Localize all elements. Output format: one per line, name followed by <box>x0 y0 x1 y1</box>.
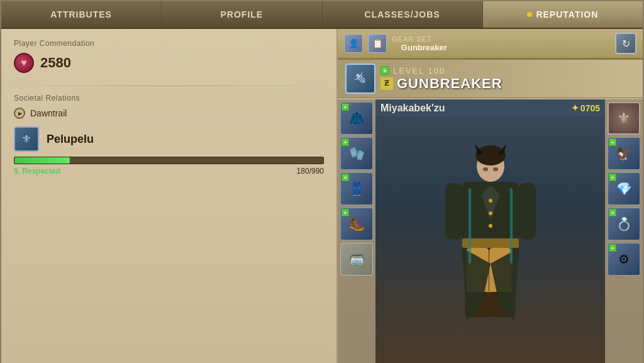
equip-col-right: ⚜ + 🦅 + 💎 + <box>605 99 643 363</box>
dawntrail-label: Dawntrail <box>30 108 67 118</box>
equip-slot-ring2[interactable]: + ⚙ <box>608 243 640 276</box>
societal-section: Societal Relations Dawntrail Pelupelu <box>14 94 324 176</box>
svg-rect-7 <box>518 183 536 240</box>
rep-value: 180/990 <box>297 167 324 176</box>
svg-point-1 <box>475 145 506 165</box>
level-row: + LEVEL 100 <box>380 66 502 75</box>
svg-point-18 <box>489 211 492 215</box>
commendation-section: Player Commendation 2580 <box>14 39 324 73</box>
faction-icon[interactable]: ⚜ <box>608 102 640 135</box>
play-icon <box>14 108 25 119</box>
plus-badge-chest: + <box>341 103 349 111</box>
plus-icon: + <box>380 66 389 75</box>
pelupelu-row: Pelupelu <box>14 126 324 152</box>
equip-col-left: + 🧥 + 🧤 + 👖 <box>338 99 375 363</box>
char-portrait: Miyakabek'zu ✦ 0705 <box>375 99 605 363</box>
svg-point-20 <box>483 167 488 171</box>
char-id: 0705 <box>580 103 600 113</box>
commendation-title: Player Commendation <box>14 39 324 48</box>
svg-point-19 <box>489 224 492 228</box>
gear-set-info: GEAR SET 4 Gunbreaker <box>392 35 610 52</box>
level-info: + LEVEL 100 Ƶ GUNBREAKER <box>380 66 502 92</box>
pelupelu-name: Pelupelu <box>47 133 94 146</box>
equip-slot-legs[interactable]: + 👖 <box>340 172 373 205</box>
legs-icon: 👖 <box>349 181 365 196</box>
tab-active-dot <box>527 12 532 17</box>
equip-slot-gloves[interactable]: + 🧤 <box>340 137 373 170</box>
gear-set-number: 4 <box>392 43 396 52</box>
svg-rect-15 <box>469 188 471 264</box>
tab-bar: Attributes Profile Classes/Jobs Reputati… <box>1 1 643 29</box>
right-panel: 👤 📋 GEAR SET 4 Gunbreaker ↻ <box>338 29 643 363</box>
equip-slot-necklace[interactable]: + 💎 <box>608 172 640 205</box>
gear-set-name-display: 4 Gunbreaker <box>392 43 610 52</box>
right-panel-inner: 👤 📋 GEAR SET 4 Gunbreaker ↻ <box>338 29 643 363</box>
plus-badge-necklace: + <box>609 174 616 181</box>
tab-attributes[interactable]: Attributes <box>1 1 162 28</box>
necklace-icon: 💎 <box>616 181 632 196</box>
gloves-icon: 🧤 <box>349 146 365 161</box>
dawntrail-row: Dawntrail <box>14 108 324 119</box>
svg-point-21 <box>493 167 498 171</box>
svg-point-17 <box>489 199 492 203</box>
tab-classes-label: Classes/Jobs <box>365 9 440 20</box>
level-job-bar: 🗡 + LEVEL 100 Ƶ GUNBREAKER <box>338 59 643 98</box>
pelupelu-icon <box>14 126 39 152</box>
tab-classes[interactable]: Classes/Jobs <box>323 1 483 28</box>
glasses-icon: 🥽 <box>349 252 365 267</box>
rep-level-label: 5. Respected <box>14 167 60 176</box>
divider-1 <box>14 86 324 86</box>
plus-badge-boots: + <box>341 209 349 216</box>
job-row: Ƶ GUNBREAKER <box>380 75 502 92</box>
weapon-icon: 🗡 <box>349 67 372 91</box>
equip-slot-boots[interactable]: + 🥾 <box>340 208 373 240</box>
refresh-icon: ↻ <box>622 38 630 50</box>
plus-badge-legs: + <box>341 174 349 181</box>
tab-reputation[interactable]: Reputation <box>483 1 643 28</box>
gear-set-header: 👤 📋 GEAR SET 4 Gunbreaker ↻ <box>338 29 643 59</box>
main-container: Attributes Profile Classes/Jobs Reputati… <box>0 0 644 363</box>
boots-icon: 🥾 <box>349 216 365 232</box>
chest-icon: 🧥 <box>349 111 365 126</box>
job-icon: Ƶ <box>380 77 393 90</box>
scroll-icon: 📋 <box>372 38 383 48</box>
gear-set-label: GEAR SET <box>392 35 610 43</box>
gear-set-job-name: Gunbreaker <box>401 43 447 52</box>
equip-slot-ring1[interactable]: + 🦅 <box>608 137 640 170</box>
equip-slot-earring[interactable]: + 💍 <box>608 208 640 240</box>
ring2-icon: ⚙ <box>618 252 630 267</box>
char-name-banner: Miyakabek'zu ✦ 0705 <box>375 99 605 116</box>
svg-rect-6 <box>445 183 463 240</box>
character-icon: 👤 <box>348 38 359 48</box>
tab-profile[interactable]: Profile <box>162 1 322 28</box>
gear-scroll-icon-btn[interactable]: 📋 <box>368 34 387 53</box>
char-name: Miyakabek'zu <box>380 103 445 114</box>
gear-columns-row: + 🧥 + 🧤 + 👖 <box>338 99 643 363</box>
rep-bar-fill <box>14 157 70 164</box>
char-svg <box>434 138 547 345</box>
svg-rect-16 <box>510 188 513 264</box>
char-id-container: ✦ 0705 <box>571 102 600 114</box>
level-text: LEVEL 100 <box>393 66 445 75</box>
left-panel: Player Commendation 2580 Societal Relati… <box>1 29 338 363</box>
rep-bar-container: 5. Respected 180/990 <box>14 157 324 176</box>
tab-profile-label: Profile <box>221 9 264 20</box>
rep-bar-bg <box>14 157 324 164</box>
plus-badge-gloves: + <box>341 138 349 146</box>
tab-reputation-label: Reputation <box>536 9 598 20</box>
societal-title: Societal Relations <box>14 94 324 103</box>
equip-slot-glasses[interactable]: 🥽 <box>340 243 373 276</box>
equip-slot-chest[interactable]: + 🧥 <box>340 102 373 135</box>
weapon-slot[interactable]: 🗡 <box>345 64 375 94</box>
plus-badge-ring2: + <box>609 244 616 252</box>
refresh-button[interactable]: ↻ <box>615 33 636 54</box>
rep-label-row: 5. Respected 180/990 <box>14 167 324 176</box>
job-name: GUNBREAKER <box>397 75 502 92</box>
plus-badge-earring: + <box>609 209 616 216</box>
tab-attributes-label: Attributes <box>50 9 112 20</box>
gear-character-icon-btn[interactable]: 👤 <box>344 34 363 53</box>
commendation-row: 2580 <box>14 53 324 73</box>
ring1-icon: 🦅 <box>616 146 632 161</box>
faction-symbol: ⚜ <box>617 109 631 127</box>
star-icon: ✦ <box>571 102 579 114</box>
